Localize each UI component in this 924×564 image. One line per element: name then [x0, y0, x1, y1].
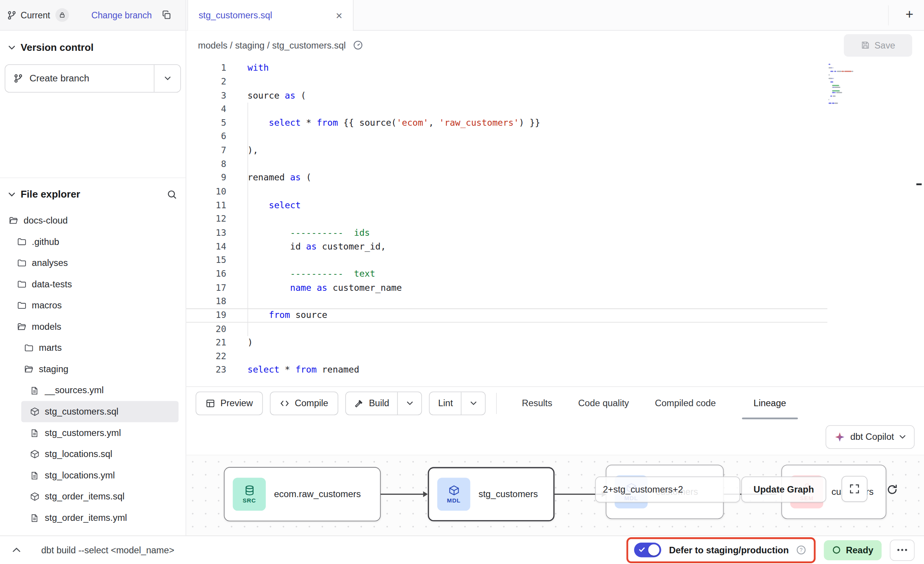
chevron-down-icon	[470, 401, 477, 405]
code-line-3[interactable]: 3source as (	[186, 89, 924, 102]
lineage-node-stg-customers[interactable]: MDL stg_customers	[428, 467, 555, 522]
lineage-selector-input[interactable]	[595, 476, 740, 502]
file-explorer-header[interactable]: File explorer	[0, 178, 186, 206]
code-line-1[interactable]: 1with	[186, 61, 924, 75]
tree-item--github[interactable]: .github	[0, 231, 186, 253]
chevron-up-icon[interactable]	[10, 547, 24, 553]
code-editor[interactable]: 1with23source as (45 select * from {{ so…	[186, 60, 924, 386]
minimap[interactable]	[829, 64, 878, 104]
code-line-9[interactable]: 9renamed as (	[186, 171, 924, 185]
lineage-edge-arrow	[423, 491, 428, 497]
tree-item-stg-locations-sql[interactable]: stg_locations.sql	[0, 444, 186, 465]
tree-item-stg-customers-yml[interactable]: stg_customers.yml	[0, 422, 186, 444]
code-line-8[interactable]: 8	[186, 157, 924, 171]
refresh-button[interactable]	[880, 480, 904, 499]
status-badge[interactable]: Ready	[824, 540, 882, 560]
line-number: 3	[186, 89, 238, 102]
results-tab-compiled-code[interactable]: Compiled code	[655, 387, 716, 420]
results-tab-results[interactable]: Results	[522, 387, 552, 420]
line-number: 10	[186, 185, 238, 199]
table-icon	[206, 399, 215, 408]
code-line-16[interactable]: 16 ---------- text	[186, 267, 924, 281]
lint-dropdown[interactable]	[461, 392, 485, 415]
create-branch-label: Create branch	[29, 73, 89, 84]
code-line-12[interactable]: 12	[186, 212, 924, 226]
tree-item--sources-yml[interactable]: __sources.yml	[0, 380, 186, 401]
dbt-copilot-button[interactable]: dbt Copilot	[825, 425, 914, 449]
code-line-15[interactable]: 15	[186, 254, 924, 267]
tree-item-stg-locations-yml[interactable]: stg_locations.yml	[0, 465, 186, 486]
file-explorer-title: File explorer	[21, 189, 80, 201]
create-branch-button[interactable]: Create branch	[5, 65, 154, 92]
file-icon	[29, 514, 39, 522]
code-text: from source	[247, 309, 327, 323]
tree-item-stg-customers-sql[interactable]: stg_customers.sql	[21, 401, 179, 423]
code-line-6[interactable]: 6	[186, 130, 924, 144]
code-line-21[interactable]: 21)	[186, 336, 924, 350]
tab-stg-customers-sql[interactable]: stg_customers.sql ×	[187, 0, 354, 31]
tree-item-analyses[interactable]: analyses	[0, 253, 186, 274]
tree-item-models[interactable]: models	[0, 316, 186, 337]
folder-open-icon	[8, 216, 18, 225]
gauge-icon[interactable]	[353, 41, 363, 50]
version-control-section: Version control Create branch	[0, 31, 186, 178]
results-tab-code-quality[interactable]: Code quality	[578, 387, 629, 420]
code-line-23[interactable]: 23select * from renamed	[186, 363, 924, 377]
ellipsis-icon	[897, 548, 908, 551]
create-branch-dropdown[interactable]	[154, 65, 180, 92]
defer-label: Defer to staging/production	[669, 545, 789, 555]
defer-toggle[interactable]	[634, 543, 661, 558]
lineage-node-ecom-raw-customers[interactable]: SRC ecom.raw_customers	[224, 467, 381, 522]
save-button[interactable]: Save	[844, 34, 912, 57]
build-button[interactable]: Build	[346, 392, 397, 415]
new-tab-button[interactable]: +	[906, 8, 914, 21]
tree-item-docs-cloud[interactable]: docs-cloud	[0, 210, 186, 231]
overview-ruler-mark	[916, 183, 922, 185]
code-line-10[interactable]: 10	[186, 185, 924, 199]
code-line-18[interactable]: 18	[186, 295, 924, 309]
tree-item-staging[interactable]: staging	[0, 358, 186, 380]
code-line-4[interactable]: 4	[186, 102, 924, 116]
code-line-17[interactable]: 17 name as customer_name	[186, 281, 924, 295]
minimap-line	[829, 87, 878, 88]
code-line-22[interactable]: 22	[186, 350, 924, 364]
node-label: ecom.raw_customers	[274, 489, 361, 500]
code-line-20[interactable]: 20	[186, 323, 924, 336]
code-line-13[interactable]: 13 ---------- ids	[186, 226, 924, 240]
results-tab-lineage[interactable]: Lineage	[742, 387, 798, 420]
code-line-7[interactable]: 7),	[186, 144, 924, 157]
tree-item-stg-order-items-sql[interactable]: stg_order_items.sql	[0, 486, 186, 507]
folder-icon	[16, 301, 26, 310]
change-branch-link[interactable]: Change branch	[91, 10, 152, 20]
tree-item-data-tests[interactable]: data-tests	[0, 274, 186, 295]
tree-item-label: macros	[32, 300, 61, 311]
tree-item-marts[interactable]: marts	[0, 337, 186, 359]
code-line-19[interactable]: 19 from source	[186, 309, 827, 323]
line-number: 6	[186, 130, 238, 144]
model-icon	[29, 492, 39, 501]
close-tab-icon[interactable]: ×	[336, 10, 342, 21]
build-dropdown[interactable]	[397, 392, 422, 415]
version-control-header[interactable]: Version control	[0, 31, 186, 58]
compile-button[interactable]: Compile	[270, 391, 338, 415]
folder-open-icon	[24, 365, 34, 374]
help-icon[interactable]: ?	[796, 545, 806, 555]
code-line-2[interactable]: 2	[186, 75, 924, 89]
code-line-11[interactable]: 11 select	[186, 199, 924, 212]
code-line-5[interactable]: 5 select * from {{ source('ecom', 'raw_c…	[186, 116, 924, 130]
copy-icon[interactable]	[161, 10, 171, 20]
cli-command[interactable]: dbt build --select <model_name>	[41, 545, 174, 555]
chevron-down-icon	[899, 435, 906, 439]
update-graph-button[interactable]: Update Graph	[741, 476, 826, 502]
line-number: 13	[186, 226, 238, 240]
search-icon[interactable]	[167, 189, 178, 200]
file-icon	[29, 471, 39, 480]
fullscreen-button[interactable]	[842, 476, 867, 502]
lint-button[interactable]: Lint	[430, 392, 461, 415]
lineage-canvas[interactable]: MDL customers SEM customers SRC ecom.raw…	[186, 455, 924, 535]
more-options-button[interactable]	[890, 539, 915, 561]
code-line-14[interactable]: 14 id as customer_id,	[186, 240, 924, 254]
tree-item-macros[interactable]: macros	[0, 295, 186, 316]
preview-button[interactable]: Preview	[195, 391, 263, 415]
tree-item-stg-order-items-yml[interactable]: stg_order_items.yml	[0, 507, 186, 528]
